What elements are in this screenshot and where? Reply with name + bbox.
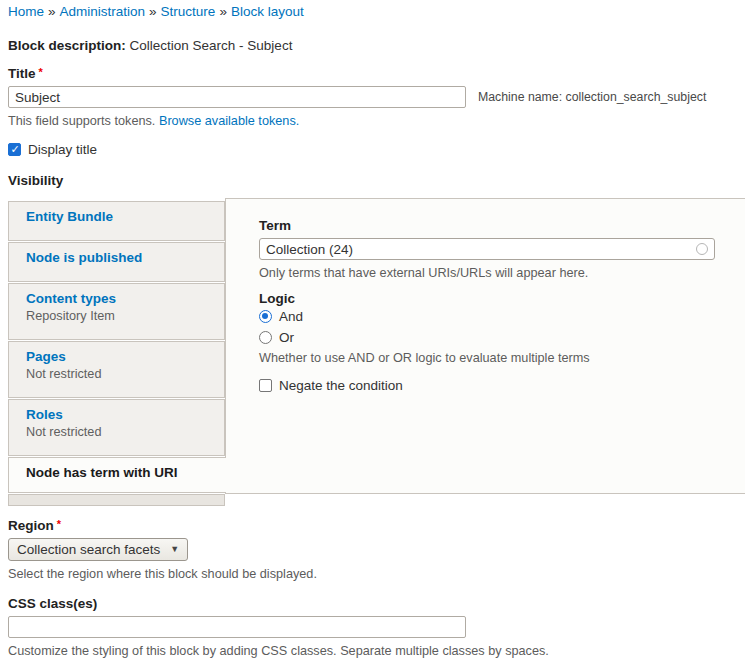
logic-label: Logic [259,291,725,306]
machine-name-label: Machine name: [478,90,562,104]
tab-title: Node has term with URI [26,465,216,480]
or-radio[interactable] [259,331,272,344]
required-marker: * [39,66,43,78]
tab-summary: Not restricted [26,367,214,381]
term-field: Term Only terms that have external URIs/… [259,218,725,280]
block-description-value: Collection Search - Subject [130,38,293,53]
tab-title: Content types [26,291,214,306]
tab-title: Node is published [26,250,214,265]
tab-pages[interactable]: Pages Not restricted [8,341,225,398]
css-classes-label: CSS class(es) [8,596,745,611]
title-help-text: This field supports tokens. [8,114,155,128]
logic-field: Logic And Or Whether to use AND or OR lo… [259,291,725,365]
breadcrumb: Home»Administration»Structure»Block layo… [8,4,745,19]
visibility-tab-menu: Entity Bundle Node is published Content … [8,201,225,507]
breadcrumb-link-home[interactable]: Home [8,4,44,19]
css-classes-input[interactable] [8,616,466,638]
or-radio-label[interactable]: Or [279,330,294,345]
breadcrumb-link-administration[interactable]: Administration [60,4,146,19]
tab-title: Pages [26,349,214,364]
negate-checkbox[interactable] [259,379,272,392]
machine-name: Machine name: collection_search_subject [478,90,706,104]
and-radio-label[interactable]: And [279,309,303,324]
region-select-value: Collection search facets [17,542,160,557]
tab-entity-bundle[interactable]: Entity Bundle [8,201,225,241]
logic-option-and: And [259,309,725,324]
display-title-row: Display title [8,142,745,157]
visibility-tabs: Entity Bundle Node is published Content … [8,198,745,507]
negate-label[interactable]: Negate the condition [279,378,403,393]
title-label-text: Title [8,66,36,81]
tab-content-types[interactable]: Content types Repository Item [8,283,225,340]
tab-title: Entity Bundle [26,209,214,224]
logic-option-or: Or [259,330,725,345]
tab-summary: Repository Item [26,309,214,323]
block-description: Block description: Collection Search - S… [8,38,745,53]
region-label: Region* [8,518,745,533]
tab-roles[interactable]: Roles Not restricted [8,399,225,456]
machine-name-value: collection_search_subject [566,90,707,104]
breadcrumb-separator: » [219,4,227,19]
term-help: Only terms that have external URIs/URLs … [259,266,725,280]
chevron-down-icon: ▼ [170,544,179,554]
breadcrumb-link-block-layout[interactable]: Block layout [231,4,304,19]
autocomplete-icon [696,243,708,255]
tab-summary: Not restricted [26,425,214,439]
title-field: Title* Machine name: collection_search_s… [8,66,745,128]
negate-row: Negate the condition [259,378,725,393]
region-help: Select the region where this block shoul… [8,567,745,581]
css-classes-help: Customize the styling of this block by a… [8,644,745,658]
term-label: Term [259,218,725,233]
visibility-tab-pane: Term Only terms that have external URIs/… [225,198,745,494]
breadcrumb-separator: » [149,4,157,19]
title-help: This field supports tokens. Browse avail… [8,114,745,128]
tab-node-is-published[interactable]: Node is published [8,242,225,282]
title-label: Title* [8,66,745,81]
css-classes-field: CSS class(es) Customize the styling of t… [8,596,745,658]
title-input[interactable] [8,86,466,108]
display-title-label[interactable]: Display title [28,142,97,157]
breadcrumb-link-structure[interactable]: Structure [161,4,216,19]
region-select[interactable]: Collection search facets ▼ [8,538,188,561]
and-radio[interactable] [259,310,272,323]
breadcrumb-separator: » [48,4,56,19]
term-autocomplete-input[interactable] [259,238,715,260]
region-label-text: Region [8,518,54,533]
logic-help: Whether to use AND or OR logic to evalua… [259,351,725,365]
block-config-page: Home»Administration»Structure»Block layo… [0,0,745,664]
browse-tokens-link[interactable]: Browse available tokens. [159,114,299,128]
tab-node-has-term-with-uri[interactable]: Node has term with URI [8,457,226,493]
required-marker: * [57,518,61,530]
block-description-label: Block description: [8,38,126,53]
visibility-heading: Visibility [8,173,745,188]
tab-title: Roles [26,407,214,422]
tab-overflow-stub [8,494,225,506]
region-field: Region* Collection search facets ▼ Selec… [8,518,745,581]
display-title-checkbox[interactable] [8,143,21,156]
